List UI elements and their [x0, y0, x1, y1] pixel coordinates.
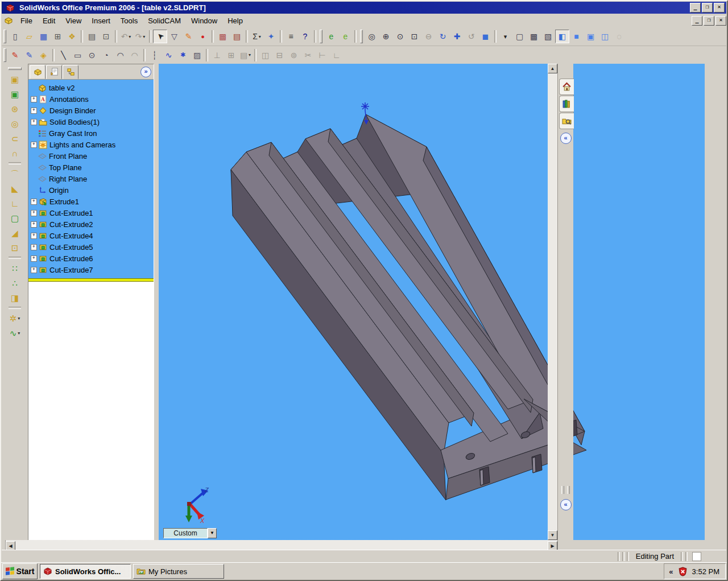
expand-plus-icon[interactable]: + — [31, 210, 37, 216]
zoom-in-out-button[interactable]: ⊕ — [379, 30, 393, 43]
expand-plus-icon[interactable]: + — [31, 96, 37, 102]
menu-file[interactable]: File — [15, 15, 38, 27]
featuremanager-tab[interactable] — [30, 65, 46, 79]
hatch-face-button[interactable]: ▨ — [190, 48, 204, 62]
menu-edit[interactable]: Edit — [38, 15, 60, 27]
panel-expand-chevron[interactable]: » — [140, 67, 151, 77]
expand-plus-icon[interactable]: + — [31, 108, 37, 114]
dropdown-arrow-icon[interactable]: ▾ — [18, 316, 20, 321]
mirror-button[interactable]: ◨ — [7, 290, 23, 305]
rotate-view-button[interactable]: ↻ — [436, 30, 450, 43]
expand-plus-icon[interactable]: + — [31, 119, 37, 125]
file-explorer-tab[interactable] — [559, 113, 574, 129]
tree-item-cut-extrude4[interactable]: +Cut-Extrude4 — [28, 230, 154, 241]
selection-filter-button[interactable]: ▽ — [167, 30, 181, 43]
doc-minimize-button[interactable]: _ — [692, 16, 702, 26]
centerpoint-arc-button[interactable]: ◔ — [99, 48, 113, 62]
3d-sketch-button[interactable]: ✎ — [22, 48, 36, 62]
hidden-lines-removed-button[interactable]: ▧ — [541, 30, 555, 43]
shaded-mode-button[interactable]: ◼ — [478, 30, 493, 43]
toolbar-handle[interactable] — [360, 30, 363, 43]
configurationmanager-tab[interactable] — [63, 65, 78, 79]
zoom-to-fit-button[interactable]: ◎ — [365, 30, 379, 43]
extruded-boss-base-button[interactable]: ▣ — [7, 72, 23, 86]
dropdown-arrow-icon[interactable]: ▾ — [143, 34, 145, 39]
spline-button[interactable]: ∿ — [162, 48, 176, 62]
panel-splitter[interactable] — [154, 64, 159, 550]
tree-item-table-v2[interactable]: table v2 — [28, 82, 154, 93]
tree-item-top-plane[interactable]: Top Plane — [28, 162, 154, 173]
texture-button[interactable]: ▤ — [230, 30, 244, 43]
convert-entities-button[interactable]: ⊟ — [272, 48, 287, 62]
open-document-button[interactable]: ▱ — [22, 30, 36, 43]
point-button[interactable]: ✱ — [176, 48, 190, 62]
tree-item-cut-extrude6[interactable]: +Cut-Extrude6 — [28, 253, 154, 264]
modify-sketch-button[interactable]: ◈ — [36, 48, 51, 62]
extend-entities-button[interactable]: ⊢ — [315, 48, 329, 62]
print-preview-button[interactable]: ⊡ — [99, 30, 113, 43]
fillet-button[interactable]: ⌒ — [7, 166, 23, 181]
solidworks-resources-tab[interactable] — [559, 79, 574, 95]
zoom-to-area-button[interactable]: ⊙ — [393, 30, 407, 43]
swept-boss-base-button[interactable]: ⊂ — [7, 131, 23, 146]
linear-pattern-button[interactable]: ∷ — [7, 261, 23, 275]
reference-geometry-button[interactable]: ✲▾ — [7, 311, 23, 325]
task-pane-grip[interactable] — [561, 486, 564, 494]
dropdown-arrow-icon[interactable]: ▾ — [129, 34, 131, 39]
lofted-boss-base-button[interactable]: ∩ — [7, 146, 23, 160]
menu-solidcam[interactable]: SolidCAM — [143, 15, 186, 27]
offset-entities-button[interactable]: ⊚ — [287, 48, 301, 62]
scroll-up-arrow[interactable]: ▲ — [548, 64, 557, 73]
revolved-boss-base-button[interactable]: ⊛ — [7, 101, 23, 116]
redo-button[interactable]: ↷▾ — [133, 30, 147, 43]
extruded-cut-button[interactable]: ▣ — [7, 86, 23, 101]
edrawings-publish-button[interactable]: e — [338, 30, 353, 43]
tree-item-cut-extrude1[interactable]: +Cut-Extrude1 — [28, 207, 154, 219]
close-button[interactable]: ✕ — [714, 3, 725, 13]
view-orientation-button[interactable]: ▾ — [498, 30, 512, 43]
tree-item-front-plane[interactable]: Front Plane — [28, 150, 154, 162]
tray-expand-chevron[interactable]: « — [669, 567, 673, 576]
dropdown-arrow-icon[interactable]: ▾ — [259, 34, 261, 39]
tree-item-annotations[interactable]: +AAnnotations — [28, 93, 154, 105]
restore-button[interactable]: ❐ — [702, 3, 713, 13]
sketch-button[interactable]: ✎ — [8, 48, 22, 62]
standard-views-button[interactable]: ◌ — [612, 30, 626, 43]
wireframe-button[interactable]: ▢ — [512, 30, 527, 43]
expand-plus-icon[interactable]: + — [31, 244, 37, 250]
configuration-value[interactable]: Custom — [163, 528, 208, 538]
rotate-about-scene-floor-button[interactable]: ↺ — [464, 30, 478, 43]
toolbar-handle[interactable] — [8, 67, 22, 70]
design-library-tab[interactable] — [559, 96, 574, 112]
toolbar-handle[interactable] — [320, 30, 322, 43]
expand-plus-icon[interactable]: + — [31, 199, 37, 205]
3-point-arc-button[interactable]: ◠ — [127, 48, 142, 62]
save-button[interactable]: ▦ — [36, 30, 51, 43]
help-button[interactable]: ? — [298, 30, 312, 43]
security-shield-icon[interactable] — [678, 567, 688, 576]
tree-item-design-binder[interactable]: +Design Binder — [28, 105, 154, 116]
revolved-cut-button[interactable]: ◎ — [7, 116, 23, 131]
new-document-button[interactable]: ▯ — [8, 30, 22, 43]
shadows-in-shaded-button[interactable]: ▣ — [584, 30, 598, 43]
measure-button[interactable]: Σ▾ — [250, 30, 264, 43]
scroll-down-arrow[interactable]: ▼ — [548, 530, 557, 540]
sketch-pencil-button[interactable]: ✎ — [181, 30, 196, 43]
start-button[interactable]: Start — [2, 563, 38, 579]
circular-pattern-button[interactable]: ∴ — [7, 275, 23, 290]
section-view-button[interactable]: ◫ — [598, 30, 612, 43]
shaded-button[interactable]: ■ — [569, 30, 584, 43]
dropdown-arrow-icon[interactable]: ▾ — [249, 52, 251, 57]
tree-item-right-plane[interactable]: Right Plane — [28, 173, 154, 184]
zoom-to-selection-button[interactable]: ⊡ — [407, 30, 421, 43]
configuration-dropdown-arrow[interactable]: ▼ — [208, 528, 217, 538]
task-pane-collapse-button[interactable]: « — [560, 133, 572, 144]
mirror-entities-button[interactable]: ◫ — [258, 48, 272, 62]
propertymanager-tab[interactable] — [46, 65, 62, 79]
expand-plus-icon[interactable]: + — [31, 256, 37, 262]
expand-plus-icon[interactable]: + — [31, 267, 37, 273]
tree-item-cut-extrude5[interactable]: +Cut-Extrude5 — [28, 241, 154, 253]
toolbar-handle[interactable] — [3, 30, 6, 43]
hole-wizard-button[interactable]: ⊡ — [7, 240, 23, 255]
menu-tools[interactable]: Tools — [115, 15, 143, 27]
